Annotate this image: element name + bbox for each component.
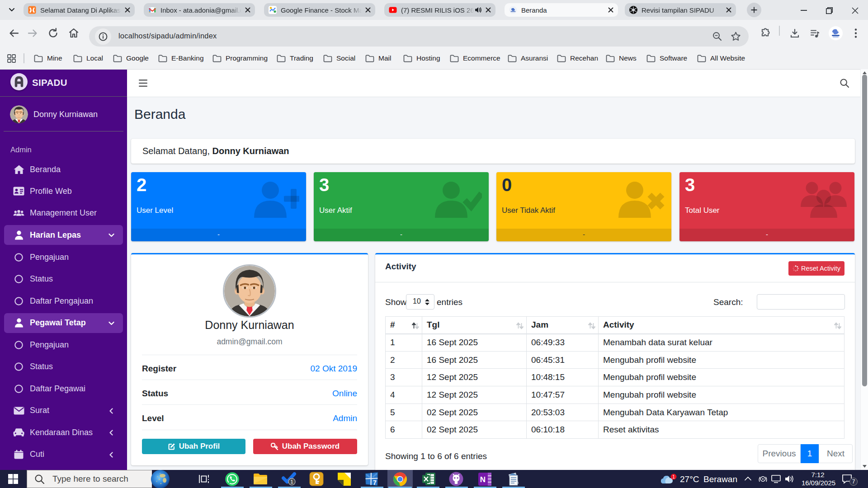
svg-text:N: N: [480, 475, 485, 484]
svg-text:7: 7: [373, 479, 377, 486]
svg-text:1: 1: [672, 474, 675, 479]
svg-text:1: 1: [290, 479, 293, 484]
